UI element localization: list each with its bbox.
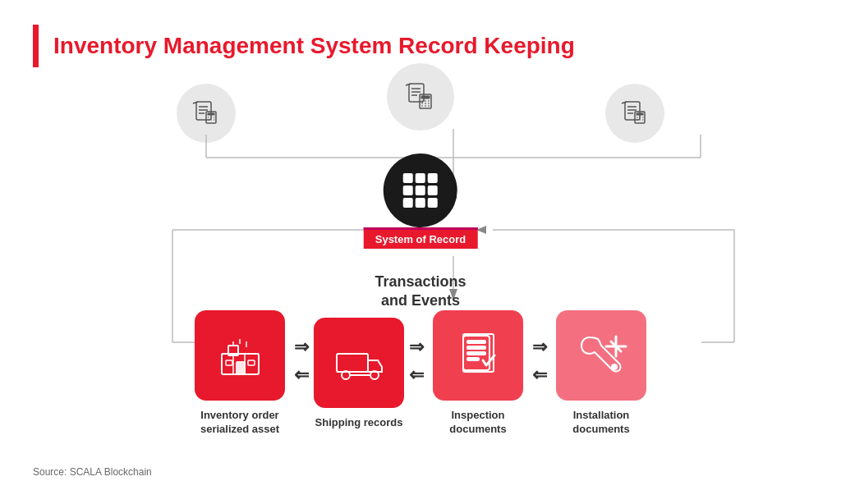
svg-point-79 xyxy=(612,364,617,369)
top-icon-right xyxy=(605,84,664,143)
sor-node: System of Record xyxy=(364,153,478,249)
inventory-icon-box xyxy=(195,310,285,401)
grid-cell-9 xyxy=(428,198,438,208)
inspection-box-wrapper: Inspection documents xyxy=(429,310,527,437)
top-icon-left xyxy=(177,84,236,143)
ledger-icon-center xyxy=(387,63,454,131)
grid-cell-2 xyxy=(416,173,425,183)
grid-cell-5 xyxy=(416,186,425,195)
ledger-svg-center xyxy=(402,79,439,115)
diagram: System of Record Transactions and Events xyxy=(33,84,808,486)
installation-label: Installation documents xyxy=(552,409,650,437)
svg-rect-35 xyxy=(636,113,644,116)
top-icon-center xyxy=(387,63,454,131)
svg-rect-75 xyxy=(467,341,485,343)
svg-rect-78 xyxy=(467,358,479,360)
grid-cell-1 xyxy=(403,173,413,183)
document-icon xyxy=(452,329,505,383)
grid-cell-7 xyxy=(403,198,413,208)
ledger-icon-right xyxy=(605,84,664,143)
page-container: Inventory Management System Record Keepi… xyxy=(0,0,841,504)
arrow-left-3: ⇐ xyxy=(532,364,547,386)
inventory-box-wrapper: Inventory order serialized asset xyxy=(191,310,289,437)
svg-rect-19 xyxy=(421,96,430,99)
svg-rect-76 xyxy=(467,346,485,349)
arrow-right-3: ⇒ xyxy=(532,337,547,358)
inspection-label: Inspection documents xyxy=(429,409,527,437)
grid-cell-8 xyxy=(416,198,425,208)
svg-line-4 xyxy=(193,102,198,103)
transactions-line1: Transactions xyxy=(375,273,466,290)
arrow-right-2: ⇒ xyxy=(409,337,424,358)
svg-rect-6 xyxy=(208,113,215,116)
installation-box-wrapper: Installation documents xyxy=(552,310,650,437)
grid-cell-3 xyxy=(428,173,438,183)
tools-icon xyxy=(575,329,628,383)
arrow-left-2: ⇐ xyxy=(409,364,424,386)
shipping-label: Shipping records xyxy=(315,416,403,430)
sor-circle xyxy=(384,153,457,227)
svg-rect-13 xyxy=(409,84,424,102)
grid-cell-6 xyxy=(428,186,438,195)
arrow-left-1: ⇐ xyxy=(294,364,309,386)
svg-rect-68 xyxy=(226,360,232,365)
shipping-box-wrapper: Shipping records xyxy=(314,318,404,430)
ledger-svg-left xyxy=(190,97,223,130)
transactions-line2: and Events xyxy=(381,292,460,309)
inspection-icon-box xyxy=(433,310,523,401)
sor-label: System of Record xyxy=(364,227,478,249)
arrow-pair-2: ⇒ ⇐ xyxy=(404,337,429,386)
transactions-label: Transactions and Events xyxy=(375,273,466,311)
ledger-icon-left xyxy=(177,84,236,143)
svg-rect-69 xyxy=(337,354,368,372)
svg-rect-77 xyxy=(467,352,485,355)
ledger-svg-right xyxy=(618,97,651,130)
red-accent-bar xyxy=(33,25,39,67)
page-title: Inventory Management System Record Keepi… xyxy=(53,34,575,59)
installation-icon-box xyxy=(556,310,646,401)
header: Inventory Management System Record Keepi… xyxy=(33,25,808,67)
truck-icon xyxy=(333,336,386,389)
shipping-icon-box xyxy=(314,318,404,408)
boxes-row: Inventory order serialized asset ⇒ ⇐ xyxy=(33,310,808,437)
source-text: Source: SCALA Blockchain xyxy=(33,466,152,478)
svg-line-17 xyxy=(406,84,411,85)
arrow-pair-1: ⇒ ⇐ xyxy=(289,337,314,386)
grid-cell-4 xyxy=(403,186,413,195)
factory-icon xyxy=(214,329,267,383)
arrow-right-1: ⇒ xyxy=(294,337,309,358)
svg-rect-63 xyxy=(237,362,245,374)
grid-icon xyxy=(403,173,438,208)
inventory-label: Inventory order serialized asset xyxy=(191,409,289,437)
arrow-pair-3: ⇒ ⇐ xyxy=(527,337,552,386)
svg-line-33 xyxy=(622,102,627,103)
svg-marker-51 xyxy=(476,226,486,234)
svg-rect-67 xyxy=(248,360,255,365)
